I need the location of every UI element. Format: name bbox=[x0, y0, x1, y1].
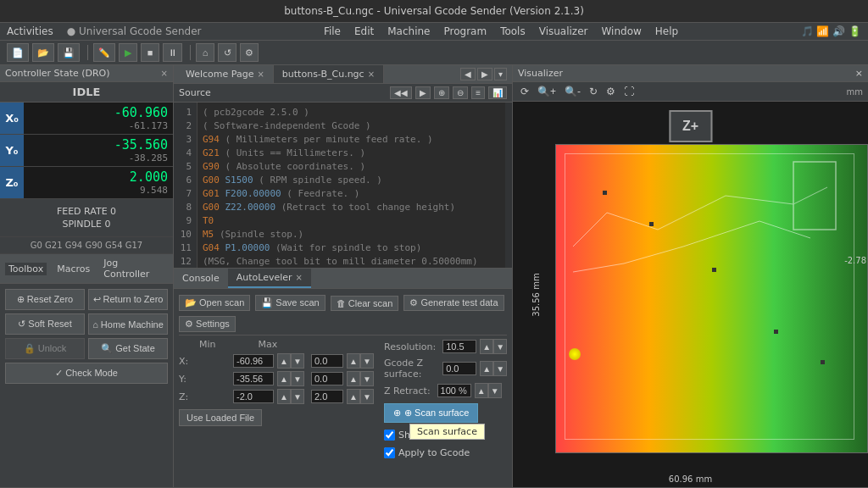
vis-area[interactable]: Z+ 35.56 mm bbox=[513, 102, 868, 487]
jog-controller-tab[interactable]: Jog Controller bbox=[100, 257, 168, 280]
z-max-down[interactable]: ▼ bbox=[360, 389, 374, 404]
home-machine-btn[interactable]: ⌂ Home Machine bbox=[88, 313, 168, 335]
z-retract-down[interactable]: ▼ bbox=[488, 383, 502, 398]
unlock-btn[interactable]: 🔒 Unlock bbox=[5, 338, 85, 359]
console-tab[interactable]: Console bbox=[174, 269, 228, 288]
gcode-z-input[interactable] bbox=[442, 362, 476, 375]
get-state-btn[interactable]: 🔍 Get State bbox=[88, 338, 168, 359]
y-min-input[interactable] bbox=[233, 372, 274, 385]
z-min-down[interactable]: ▼ bbox=[291, 389, 304, 404]
src-btn-1[interactable]: ◀◀ bbox=[390, 86, 412, 99]
menu-program[interactable]: Program bbox=[444, 25, 487, 37]
y-max-down[interactable]: ▼ bbox=[360, 371, 374, 386]
stop-btn[interactable]: ■ bbox=[141, 43, 159, 62]
src-btn-5[interactable]: ≡ bbox=[471, 86, 485, 99]
settings-btn[interactable]: ⚙ bbox=[240, 43, 259, 62]
vis-close[interactable]: × bbox=[855, 68, 863, 79]
vis-zoom-in-btn[interactable]: 🔍+ bbox=[535, 85, 559, 98]
soft-reset-btn[interactable]: ↺ Soft Reset bbox=[5, 313, 85, 335]
gcode-file-tab[interactable]: buttons-B_Cu.ngc × bbox=[274, 65, 384, 83]
return-to-zero-btn[interactable]: ↩ Return to Zero bbox=[88, 289, 168, 310]
y-min-down[interactable]: ▼ bbox=[291, 371, 304, 386]
y-main-value: -35.560 bbox=[114, 137, 168, 152]
src-btn-2[interactable]: ▶ bbox=[415, 86, 431, 99]
center-panel: Welcome Page × buttons-B_Cu.ngc × ◀ ▶ ▾ … bbox=[174, 65, 512, 487]
z-max-up[interactable]: ▲ bbox=[347, 389, 360, 404]
menu-file[interactable]: File bbox=[324, 25, 341, 37]
tab-right-arrow[interactable]: ▶ bbox=[477, 68, 492, 80]
use-loaded-file-btn[interactable]: Use Loaded File bbox=[179, 409, 262, 426]
y-axis-label[interactable]: Y₀ bbox=[0, 135, 24, 166]
gcode-tab-close[interactable]: × bbox=[368, 69, 375, 79]
x-max-down[interactable]: ▼ bbox=[360, 353, 374, 369]
src-btn-6[interactable]: 📊 bbox=[488, 86, 507, 99]
x-axis-label[interactable]: X₀ bbox=[0, 103, 24, 134]
menu-machine[interactable]: Machine bbox=[387, 25, 430, 37]
z-retract-up[interactable]: ▲ bbox=[475, 383, 488, 398]
save-btn[interactable]: 💾 bbox=[58, 43, 80, 62]
z-min-input[interactable] bbox=[233, 390, 274, 403]
gcode-z-up[interactable]: ▲ bbox=[480, 361, 493, 376]
feed-rate-text: FEED RATE 0 bbox=[3, 206, 170, 217]
code-area[interactable]: 12345678910111213141516171819202122 ( pc… bbox=[174, 103, 512, 268]
z-plus-btn[interactable]: Z+ bbox=[669, 110, 712, 142]
show-preview-checkbox[interactable] bbox=[384, 430, 395, 441]
reset-btn[interactable]: ↺ bbox=[218, 43, 236, 62]
menu-edit[interactable]: Edit bbox=[354, 25, 374, 37]
macros-tab[interactable]: Macros bbox=[53, 263, 93, 275]
toolbox-tab[interactable]: Toolbox bbox=[5, 263, 47, 275]
vis-settings-btn[interactable]: ⚙ bbox=[604, 85, 618, 98]
menu-tools[interactable]: Tools bbox=[500, 25, 526, 37]
x-min-input[interactable] bbox=[233, 354, 274, 368]
clear-scan-btn[interactable]: 🗑 Clear scan bbox=[331, 296, 399, 311]
tab-menu[interactable]: ▾ bbox=[494, 68, 507, 80]
x-min-down[interactable]: ▼ bbox=[291, 353, 304, 369]
scan-surface-btn[interactable]: ⊕ ⊕ Scan surface bbox=[384, 403, 478, 423]
src-btn-3[interactable]: ⊕ bbox=[434, 86, 449, 99]
gcode-z-down[interactable]: ▼ bbox=[493, 361, 507, 376]
open-btn[interactable]: 📂 bbox=[32, 43, 54, 62]
autoleveler-tab-close[interactable]: × bbox=[296, 273, 303, 282]
tab-arrows: ◀ ▶ ▾ bbox=[459, 66, 509, 82]
z-min-up[interactable]: ▲ bbox=[277, 389, 291, 404]
welcome-page-tab[interactable]: Welcome Page × bbox=[177, 65, 274, 83]
welcome-tab-close[interactable]: × bbox=[257, 69, 264, 79]
menu-help[interactable]: Help bbox=[655, 25, 678, 37]
z-retract-input[interactable] bbox=[437, 384, 471, 397]
resolution-input[interactable] bbox=[442, 340, 476, 353]
edit-btn[interactable]: ✏️ bbox=[93, 43, 115, 62]
code-content[interactable]: ( pcb2gcode 2.5.0 ) ( Software-independe… bbox=[198, 103, 505, 268]
x-min-up[interactable]: ▲ bbox=[277, 353, 291, 369]
menu-visualizer[interactable]: Visualizer bbox=[539, 25, 588, 37]
resolution-down[interactable]: ▼ bbox=[493, 339, 507, 354]
apply-gcode-checkbox[interactable] bbox=[384, 447, 395, 458]
play-btn[interactable]: ▶ bbox=[119, 43, 137, 62]
z-axis-label[interactable]: Z₀ bbox=[0, 167, 24, 198]
y-max-up[interactable]: ▲ bbox=[347, 371, 360, 386]
save-scan-btn[interactable]: 💾 Save scan bbox=[255, 295, 325, 311]
vis-zoom-out-btn[interactable]: 🔍- bbox=[562, 85, 583, 98]
z-max-input[interactable] bbox=[311, 390, 343, 403]
new-btn[interactable]: 📄 bbox=[7, 43, 29, 62]
reset-zero-btn[interactable]: ⊕ Reset Zero bbox=[5, 289, 85, 310]
generate-test-btn[interactable]: ⚙ Generate test data bbox=[403, 295, 504, 311]
check-mode-btn[interactable]: ✓ Check Mode bbox=[5, 363, 168, 384]
vis-rotate-btn[interactable]: ↻ bbox=[587, 85, 600, 98]
tab-left-arrow[interactable]: ◀ bbox=[460, 68, 476, 80]
resolution-up[interactable]: ▲ bbox=[480, 339, 493, 354]
menu-window[interactable]: Window bbox=[601, 25, 641, 37]
y-max-input[interactable] bbox=[311, 372, 343, 385]
x-max-up[interactable]: ▲ bbox=[347, 353, 360, 369]
open-scan-btn[interactable]: 📂 Open scan bbox=[179, 295, 250, 311]
code-scrollbar[interactable] bbox=[505, 103, 512, 268]
src-btn-4[interactable]: ⊖ bbox=[453, 86, 468, 99]
controller-state-close[interactable]: × bbox=[161, 69, 168, 78]
home-btn[interactable]: ⌂ bbox=[196, 43, 214, 62]
pause-btn[interactable]: ⏸ bbox=[163, 43, 182, 62]
vis-reset-btn[interactable]: ⟳ bbox=[518, 85, 531, 98]
settings-al-btn[interactable]: ⚙ Settings bbox=[179, 316, 236, 332]
vis-full-btn[interactable]: ⛶ bbox=[621, 85, 637, 98]
y-min-up[interactable]: ▲ bbox=[277, 371, 291, 386]
x-max-input[interactable] bbox=[311, 354, 343, 368]
autoleveler-tab[interactable]: AutoLeveler × bbox=[228, 269, 311, 288]
